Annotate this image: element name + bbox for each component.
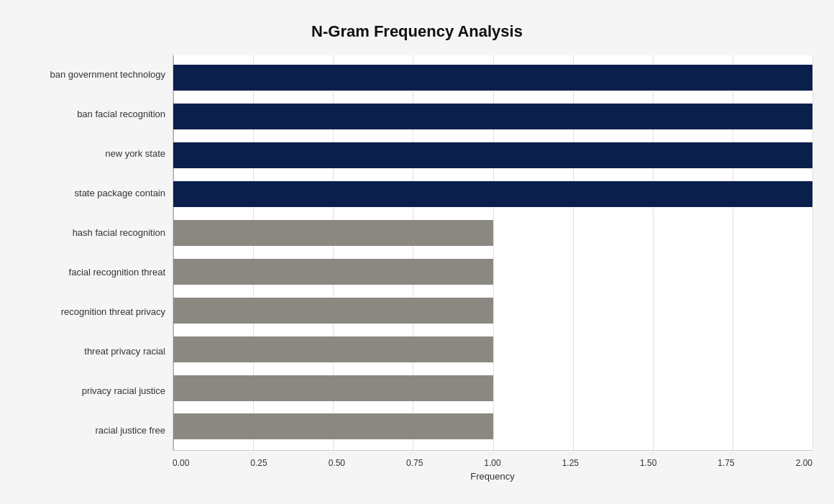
bar-row <box>173 332 812 367</box>
bar-row <box>173 409 812 444</box>
y-axis-label: privacy racial justice <box>22 385 165 397</box>
x-tick: 1.00 <box>484 458 500 468</box>
x-tick: 2.00 <box>796 458 812 468</box>
x-ticks-row: 0.000.250.500.751.001.251.501.752.00 <box>173 458 812 468</box>
x-tick: 0.00 <box>173 458 189 468</box>
x-tick: 0.50 <box>329 458 345 468</box>
y-axis-label: ban facial recognition <box>22 109 165 120</box>
y-axis-labels: ban government technologyban facial reco… <box>22 55 173 451</box>
x-tick: 1.25 <box>562 458 579 468</box>
x-tick: 0.25 <box>250 458 267 468</box>
chart-container: N-Gram Frequency Analysis ban government… <box>7 8 827 497</box>
x-axis-label: Frequency <box>173 471 812 482</box>
bar <box>173 298 493 324</box>
y-axis-label: hash facial recognition <box>22 227 165 239</box>
bar-row <box>173 255 812 289</box>
bar <box>173 142 812 168</box>
bar <box>173 65 812 91</box>
x-axis-content: 0.000.250.500.751.001.251.501.752.00 Fre… <box>173 455 812 482</box>
plot-area <box>173 55 812 451</box>
x-axis-spacer <box>22 455 173 482</box>
y-axis-label: facial recognition threat <box>22 267 165 278</box>
bar-row <box>173 371 812 406</box>
bar <box>173 375 493 401</box>
chart-area: ban government technologyban facial reco… <box>22 55 812 451</box>
bar-row <box>173 60 812 95</box>
bar <box>173 181 812 207</box>
bars-area <box>173 55 812 450</box>
bar <box>173 104 812 129</box>
y-axis-label: state package contain <box>22 188 165 199</box>
x-axis-wrapper: 0.000.250.500.751.001.251.501.752.00 Fre… <box>22 455 812 482</box>
bar <box>173 220 493 246</box>
x-tick: 1.50 <box>640 458 656 468</box>
y-axis-label: recognition threat privacy <box>22 306 165 318</box>
bar-row <box>173 293 812 328</box>
bar <box>173 259 493 285</box>
y-axis-label: threat privacy racial <box>22 346 165 357</box>
x-tick: 1.75 <box>718 458 734 468</box>
bar-row <box>173 138 812 173</box>
bar-row <box>173 99 812 134</box>
chart-title: N-Gram Frequency Analysis <box>22 22 812 41</box>
bar-row <box>173 177 812 211</box>
bar <box>173 336 493 362</box>
y-axis-label: racial justice free <box>22 425 165 436</box>
y-axis-label: new york state <box>22 148 165 160</box>
x-tick: 0.75 <box>406 458 423 468</box>
grid-line <box>812 55 813 450</box>
bar <box>173 413 493 439</box>
y-axis-label: ban government technology <box>22 69 165 81</box>
bar-row <box>173 216 812 250</box>
